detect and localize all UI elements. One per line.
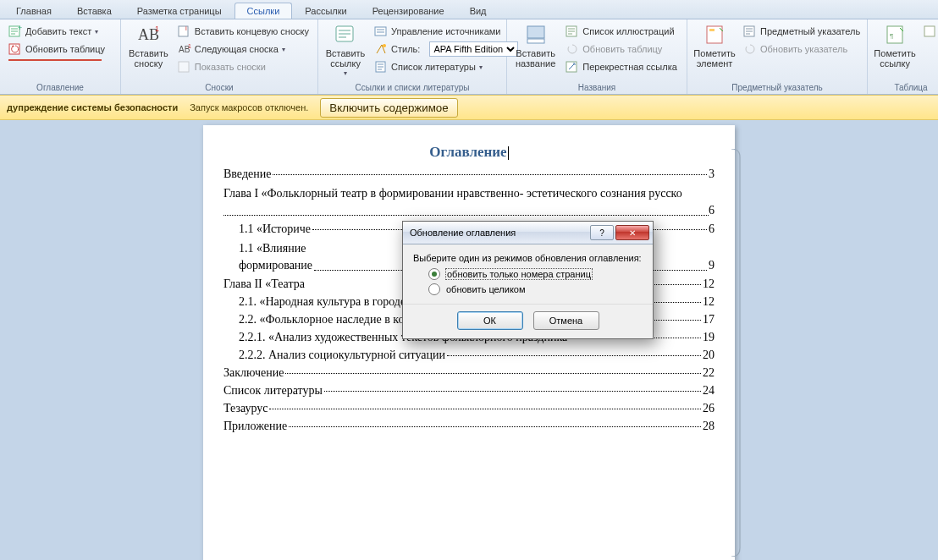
illus-label: Список иллюстраций	[582, 26, 674, 36]
update-table-button[interactable]: Обновить таблицу	[5, 41, 108, 58]
svg-rect-9	[179, 62, 189, 72]
show-notes-button[interactable]: Показать сноски	[174, 58, 312, 75]
show-notes-label: Показать сноски	[195, 62, 266, 72]
style-label: Стиль:	[391, 44, 420, 54]
index-label: Предметный указатель	[760, 26, 860, 36]
enable-content-button[interactable]: Включить содержимое	[320, 98, 457, 118]
update-table-label: Обновить таблицу	[25, 44, 105, 54]
toc-entry[interactable]: Глава I «Фольклорный театр в формировани…	[223, 185, 715, 218]
svg-text:¶: ¶	[890, 32, 893, 40]
next-note-label: Следующая сноска	[195, 44, 279, 54]
group-label-footnotes: Сноски	[126, 81, 312, 94]
update-index-label: Обновить указатель	[760, 44, 847, 54]
biblio-icon	[374, 60, 388, 74]
show-notes-icon	[178, 60, 191, 74]
manage-label: Управление источниками	[391, 26, 500, 36]
svg-rect-11	[375, 27, 386, 36]
ribbon: + Добавить текст▾ Обновить таблицу Оглав…	[0, 19, 938, 95]
toc-bracket-decor	[730, 149, 742, 557]
citation-style-select[interactable]: APA Fifth Edition	[429, 41, 518, 57]
document-page[interactable]: Оглавление Введение3 Глава I «Фольклорны…	[203, 125, 735, 560]
svg-point-12	[383, 44, 386, 47]
insert-footnote-button[interactable]: AB1 Вставить сноску	[126, 21, 171, 70]
manage-icon	[374, 25, 388, 38]
mark-citation-button[interactable]: ¶ Пометить ссылку	[873, 21, 917, 70]
ta-icon	[924, 25, 937, 38]
tab-references[interactable]: Ссылки	[234, 3, 293, 19]
tab-insert[interactable]: Вставка	[64, 3, 124, 19]
toc-entry[interactable]: Приложение28	[223, 420, 715, 433]
radio-icon	[428, 268, 440, 280]
tab-home[interactable]: Главная	[3, 3, 64, 19]
insert-caption-label: Вставить название	[516, 48, 555, 69]
tab-mailings[interactable]: Рассылки	[292, 3, 359, 19]
crossref-icon	[566, 60, 579, 74]
toc-entry[interactable]: Тезаурус26	[223, 402, 715, 415]
chevron-down-icon: ▾	[479, 63, 483, 71]
illus-list-icon	[566, 25, 579, 38]
update-table-icon	[8, 42, 22, 56]
group-label-captions: Названия	[512, 81, 681, 94]
toc-entry[interactable]: Заключение22	[223, 366, 715, 380]
svg-text:+: +	[18, 25, 22, 32]
security-warning-bar: дупреждение системы безопасности Запуск …	[0, 95, 938, 120]
citation-style-row[interactable]: Стиль: APA Fifth Edition	[371, 41, 521, 58]
dialog-close-button[interactable]: ✕	[615, 225, 649, 240]
update-toc-dialog: Обновление оглавления ? ✕ Выберите один …	[402, 221, 654, 339]
mark-citation-label: Пометить ссылку	[874, 48, 915, 69]
radio-label: обновить только номера страниц	[445, 268, 593, 280]
group-label-citations: Ссылки и списки литературы	[323, 81, 501, 94]
next-footnote-button[interactable]: AB1Следующая сноска▾	[174, 41, 312, 58]
dialog-titlebar[interactable]: Обновление оглавления ? ✕	[403, 222, 653, 244]
text-cursor	[508, 146, 509, 160]
next-note-icon: AB1	[178, 42, 191, 56]
citation-icon	[334, 23, 357, 47]
mark-entry-button[interactable]: Пометить элемент	[692, 21, 737, 70]
radio-update-pages[interactable]: обновить только номера страниц	[428, 268, 643, 280]
endnote-label: Вставить концевую сноску	[195, 26, 309, 36]
biblio-label: Список литературы	[391, 62, 476, 72]
bibliography-button[interactable]: Список литературы▾	[371, 58, 521, 75]
chevron-down-icon: ▾	[282, 46, 285, 53]
svg-rect-23	[924, 26, 935, 36]
cross-reference-button[interactable]: Перекрестная ссылка	[562, 58, 681, 75]
ribbon-tabs: Главная Вставка Разметка страницы Ссылки…	[0, 0, 938, 19]
update-captions-button[interactable]: Обновить таблицу	[562, 41, 681, 58]
list-of-figures-button[interactable]: Список иллюстраций	[562, 23, 681, 40]
dialog-ok-button[interactable]: ОК	[457, 311, 523, 330]
table-of-authorities-button[interactable]: Та	[920, 23, 938, 40]
toc-entry[interactable]: 2.2.2. Анализ социокультурной ситуации20	[223, 349, 715, 362]
add-text-icon: +	[8, 25, 22, 38]
dialog-prompt: Выберите один из режимов обновления огла…	[413, 253, 643, 263]
footnote-icon: AB1	[136, 23, 160, 47]
group-label-toc: Оглавление	[5, 81, 115, 94]
svg-text:1: 1	[155, 25, 159, 33]
underline-decor	[8, 59, 102, 61]
index-icon	[743, 25, 757, 38]
toc-title: Оглавление	[223, 144, 715, 161]
mark-entry-label: Пометить элемент	[693, 48, 735, 69]
insert-endnote-button[interactable]: iВставить концевую сноску	[174, 23, 312, 40]
toc-entry[interactable]: Введение3	[223, 167, 715, 181]
add-text-button[interactable]: + Добавить текст▾	[5, 23, 108, 40]
insert-citation-button[interactable]: Вставить ссылку▾	[323, 21, 367, 80]
update-index-button[interactable]: Обновить указатель	[740, 41, 864, 58]
tab-view[interactable]: Вид	[457, 3, 499, 19]
chevron-down-icon: ▾	[344, 70, 347, 78]
insert-index-button[interactable]: Предметный указатель	[740, 23, 864, 40]
tab-review[interactable]: Рецензирование	[360, 3, 457, 19]
radio-update-entire[interactable]: обновить целиком	[428, 283, 643, 295]
style-icon	[374, 42, 388, 56]
tab-layout[interactable]: Разметка страницы	[124, 3, 234, 19]
document-area: Оглавление Введение3 Глава I «Фольклорны…	[0, 120, 938, 560]
dialog-help-button[interactable]: ?	[590, 225, 614, 240]
group-label-ta: Таблица	[873, 81, 938, 94]
dialog-cancel-button[interactable]: Отмена	[533, 311, 599, 330]
radio-icon	[428, 283, 440, 295]
svg-text:1: 1	[188, 43, 191, 49]
insert-citation-label: Вставить ссылку	[326, 48, 366, 69]
insert-caption-button[interactable]: Вставить название	[512, 21, 559, 70]
toc-entry[interactable]: Список литературы24	[223, 384, 715, 398]
manage-sources-button[interactable]: Управление источниками	[371, 23, 521, 40]
chevron-down-icon: ▾	[95, 28, 98, 36]
